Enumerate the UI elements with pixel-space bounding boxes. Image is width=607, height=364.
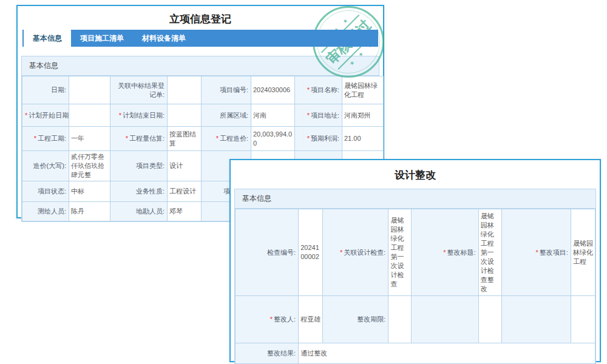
field-label: *关联设计检查: (323, 209, 388, 296)
field-value: 21.00 (342, 127, 384, 151)
field-label: 所属区域: (202, 104, 251, 127)
section-header-2: 基本信息 (235, 189, 595, 209)
field-value: 程亚雄 (299, 296, 323, 343)
table-row: 检查编号:2024100002*关联设计检查:晟铭园林绿化工程第一次设计检查*整… (236, 209, 595, 296)
field-value: 晟铭园林绿化工程第一次设计检查整改 (478, 209, 501, 296)
field-value: 一年 (69, 127, 110, 151)
table-row: 日期:关联中标结果登记单:项目编号:2024030006*项目名称:晟铭园林绿化… (22, 76, 384, 104)
field-label: *计划开始日期: (22, 104, 69, 127)
basic-info-section-2: 基本信息 检查编号:2024100002*关联设计检查:晟铭园林绿化工程第一次设… (234, 189, 596, 364)
field-label: *工程量估算: (110, 127, 168, 151)
required-asterisk: * (34, 135, 36, 142)
field-label: 检查编号: (236, 209, 299, 296)
field-value: 20,003,994.00 (251, 127, 295, 151)
page-title-registration: 立项信息登记 (18, 6, 383, 27)
section-header: 基本信息 (22, 56, 379, 76)
field-label: *整改项目: (501, 209, 571, 296)
table-row: *工程工期:一年*工程量估算:按蓝图结算*工程造价:20,003,994.00*… (22, 127, 384, 151)
required-asterisk: * (307, 135, 310, 142)
table-row: 整改结果:通过整改 (236, 343, 595, 364)
field-value (478, 296, 501, 343)
required-asterisk: * (25, 112, 27, 119)
field-value (388, 296, 412, 343)
field-value: 河南 (251, 104, 295, 127)
field-value: 贰仟万零叁仟玖佰玖拾肆元整 (69, 151, 110, 181)
required-asterisk: * (340, 249, 342, 256)
field-value: 工程设计 (168, 181, 202, 202)
field-value: 按蓝图结算 (168, 127, 202, 151)
field-value: 2024100002 (299, 209, 323, 296)
required-asterisk: * (443, 249, 446, 256)
field-value: 通过整改 (299, 343, 595, 364)
required-asterisk: * (270, 315, 273, 323)
field-label: 项目编号: (202, 76, 251, 104)
rectification-form-table: 检查编号:2024100002*关联设计检查:晟铭园林绿化工程第一次设计检查*整… (235, 209, 595, 364)
field-label: *整改标题: (412, 209, 478, 296)
field-label: 整改结果: (236, 343, 299, 364)
tab-material-equipment-list[interactable]: 材料设备清单 (133, 30, 195, 47)
rectification-form-body: 检查编号:2024100002*关联设计检查:晟铭园林绿化工程第一次设计检查*整… (236, 209, 595, 364)
field-label: 整改期限: (323, 296, 388, 343)
tab-basic-info[interactable]: 基本信息 (24, 29, 71, 47)
field-value: 中标 (69, 181, 110, 202)
field-label: 造价(大写): (22, 151, 69, 181)
field-label (412, 296, 478, 343)
tab-bar: 基本信息 项目施工清单 材料设备清单 (22, 30, 378, 47)
field-value (69, 104, 110, 127)
required-asterisk: * (126, 135, 128, 142)
table-row: *计划开始日期:*计划结束日期:所属区域:河南*项目地址:河南郑州 (22, 104, 384, 127)
field-value: 河南郑州 (342, 104, 384, 127)
field-value: 设计 (168, 151, 202, 181)
field-label: 地勘人员: (110, 202, 168, 221)
field-label: 日期: (22, 76, 69, 104)
required-asterisk: * (307, 86, 310, 93)
required-asterisk: * (536, 249, 538, 256)
field-value: 陈丹 (69, 202, 110, 221)
field-value: 2024030006 (251, 76, 295, 104)
field-label: *预期利润: (295, 127, 342, 151)
field-value (168, 104, 202, 127)
table-row: *整改人:程亚雄整改期限: (236, 296, 595, 343)
field-label: *工程造价: (202, 127, 251, 151)
field-value (69, 76, 110, 104)
field-label: *整改人: (236, 296, 299, 343)
field-label (501, 296, 571, 343)
field-value: 晟铭园林绿化工程第一次设计检查 (388, 209, 412, 296)
tab-project-construction-list[interactable]: 项目施工清单 (71, 30, 133, 47)
field-label: *项目名称: (295, 76, 342, 104)
field-label: 测绘人员: (22, 202, 69, 221)
field-value (168, 76, 202, 104)
field-label: 业务性质: (110, 181, 168, 202)
required-asterisk: * (216, 135, 219, 142)
required-asterisk: * (307, 112, 310, 119)
page-title-rectification: 设计整改 (231, 160, 600, 183)
field-label: *工程工期: (22, 127, 69, 151)
field-value: 晟铭园林绿化工程 (342, 76, 384, 104)
field-value: 邓琴 (168, 202, 202, 221)
field-label: 关联中标结果登记单: (110, 76, 168, 104)
required-asterisk: * (119, 112, 121, 119)
field-label: *计划结束日期: (110, 104, 168, 127)
field-value: 晟铭园林绿化工程 (571, 209, 595, 296)
field-value (571, 296, 595, 343)
field-label: 项目状态: (22, 181, 69, 202)
field-label: *项目地址: (295, 104, 342, 127)
field-label: 项目类型: (110, 151, 168, 181)
rectification-window: 设计整改 基本信息 检查编号:2024100002*关联设计检查:晟铭园林绿化工… (229, 159, 601, 362)
